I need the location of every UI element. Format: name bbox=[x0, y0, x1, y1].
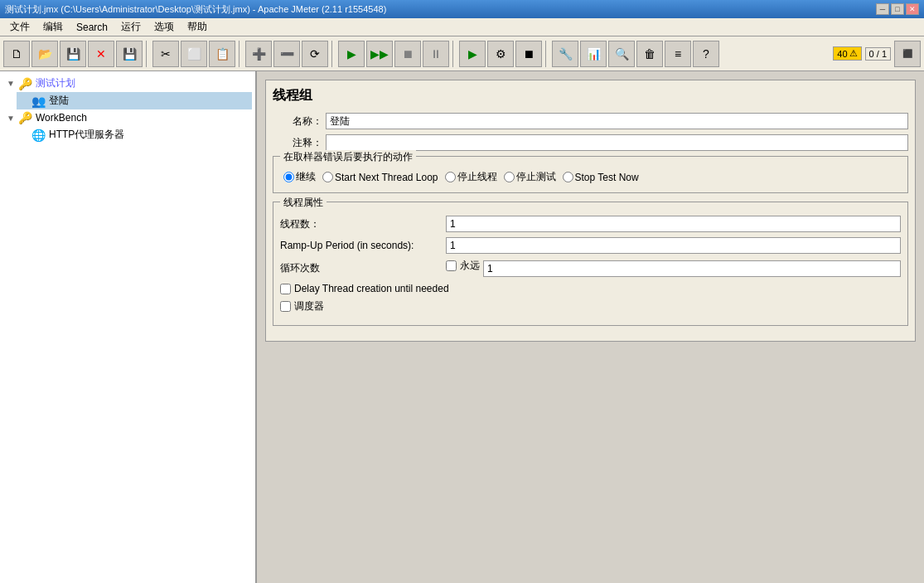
thread-count-label: 线程数： bbox=[280, 217, 446, 231]
tree-toggle-testplan: ▼ bbox=[7, 79, 15, 88]
search-toolbar-button[interactable]: 🔍 bbox=[608, 41, 635, 67]
comment-label: 注释： bbox=[273, 136, 322, 150]
clear-button[interactable]: ⟳ bbox=[302, 41, 328, 67]
paste-button[interactable]: 📋 bbox=[209, 41, 235, 67]
open-button[interactable]: 📂 bbox=[31, 41, 58, 67]
counter-display: 0 / 1 bbox=[865, 47, 891, 61]
loop-count-row: 循环次数 永远 bbox=[280, 259, 901, 278]
menu-help[interactable]: 帮助 bbox=[181, 18, 214, 36]
tree-toggle-workbench: ▼ bbox=[7, 114, 15, 123]
sep2 bbox=[239, 41, 242, 67]
menu-options[interactable]: 选项 bbox=[148, 18, 181, 36]
remote-stop-button[interactable]: ⏹ bbox=[515, 41, 542, 67]
thread-props-legend: 线程属性 bbox=[280, 196, 327, 210]
menu-search[interactable]: Search bbox=[70, 20, 114, 35]
maximize-button[interactable]: □ bbox=[891, 3, 904, 15]
delay-creation-label: Delay Thread creation until needed bbox=[294, 283, 449, 294]
loop-forever-checkbox[interactable] bbox=[446, 260, 457, 271]
tree-panel: ▼ 🔑 测试计划 👥 登陆 ▼ 🔑 WorkBench 🌐 HTTP代理服务器 bbox=[0, 71, 257, 583]
tree-icon-testplan: 🔑 bbox=[18, 77, 32, 90]
menu-run[interactable]: 运行 bbox=[114, 18, 148, 36]
toggle-button[interactable]: ⬛ bbox=[894, 41, 921, 67]
run-button[interactable]: ▶ bbox=[338, 41, 365, 67]
radio-continue[interactable]: 继续 bbox=[283, 170, 316, 184]
thread-count-row: 线程数： bbox=[280, 216, 901, 232]
menu-bar: 文件 编辑 Search 运行 选项 帮助 bbox=[0, 18, 924, 36]
radio-next-loop[interactable]: Start Next Thread Loop bbox=[322, 172, 438, 183]
close-button[interactable]: ✕ bbox=[906, 3, 919, 15]
tree-item-workbench[interactable]: ▼ 🔑 WorkBench bbox=[3, 109, 252, 126]
content-area: 线程组 名称： 注释： 在取样器错误后要执行的动作 继续 bbox=[257, 71, 924, 583]
toolbar-right: 40 ⚠ 0 / 1 ⬛ bbox=[833, 41, 921, 67]
reset-button[interactable]: 🗑 bbox=[636, 41, 663, 67]
delay-creation-checkbox[interactable] bbox=[280, 284, 291, 294]
name-input[interactable] bbox=[326, 113, 908, 129]
error-section-legend: 在取样器错误后要执行的动作 bbox=[280, 150, 416, 164]
run-nodebug-button[interactable]: ▶▶ bbox=[366, 41, 393, 67]
radio-stop-now[interactable]: Stop Test Now bbox=[563, 172, 639, 183]
help-toolbar-button[interactable]: ? bbox=[693, 41, 719, 67]
comment-row: 注释： bbox=[273, 134, 908, 151]
func-test-button[interactable]: 🔧 bbox=[552, 41, 578, 67]
window-title: 测试计划.jmx (C:\Users\Administrator\Desktop… bbox=[5, 3, 386, 16]
save-button[interactable]: 💾 bbox=[60, 41, 86, 67]
name-label: 名称： bbox=[273, 114, 322, 129]
radio-continue-label: 继续 bbox=[296, 170, 316, 184]
loop-count-input[interactable] bbox=[483, 260, 901, 277]
radio-stop-thread[interactable]: 停止线程 bbox=[445, 170, 497, 184]
tree-item-testplan[interactable]: ▼ 🔑 测试计划 bbox=[3, 75, 252, 92]
loop-forever-checkbox-label[interactable]: 永远 bbox=[446, 259, 480, 273]
new-button[interactable]: 🗋 bbox=[3, 41, 30, 67]
main-area: ▼ 🔑 测试计划 👥 登陆 ▼ 🔑 WorkBench 🌐 HTTP代理服务器 … bbox=[0, 71, 924, 583]
revert-button[interactable]: ✕ bbox=[88, 41, 114, 67]
copy-button[interactable]: ⬜ bbox=[181, 41, 207, 67]
scheduler-checkbox[interactable] bbox=[280, 301, 291, 312]
remote-startall-button[interactable]: ⚙ bbox=[487, 41, 514, 67]
radio-stop-test-label: 停止测试 bbox=[516, 170, 556, 184]
stop-button[interactable]: ⏹ bbox=[394, 41, 421, 67]
toolbar: 🗋 📂 💾 ✕ 💾 ✂ ⬜ 📋 ➕ ➖ ⟳ ▶ ▶▶ ⏹ ⏸ ▶ ⚙ ⏹ 🔧 📊… bbox=[0, 36, 924, 71]
sep5 bbox=[545, 41, 549, 67]
sep1 bbox=[146, 41, 149, 67]
remote-start-button[interactable]: ▶ bbox=[459, 41, 486, 67]
radio-stop-thread-label: 停止线程 bbox=[457, 170, 497, 184]
sep4 bbox=[452, 41, 456, 67]
loop-forever-label: 永远 bbox=[460, 259, 480, 273]
tree-item-login[interactable]: 👥 登陆 bbox=[17, 92, 252, 109]
menu-file[interactable]: 文件 bbox=[3, 18, 36, 36]
shutdown-button[interactable]: ⏸ bbox=[423, 41, 449, 67]
delay-creation-row: Delay Thread creation until needed bbox=[280, 283, 901, 294]
tree-label-login: 登陆 bbox=[49, 94, 69, 108]
tree-label-httpproxy: HTTP代理服务器 bbox=[49, 128, 124, 142]
add-button[interactable]: ➕ bbox=[245, 41, 272, 67]
list-button[interactable]: ≡ bbox=[665, 41, 691, 67]
radio-stop-test[interactable]: 停止测试 bbox=[504, 170, 556, 184]
thread-count-input[interactable] bbox=[446, 216, 901, 232]
tree-item-httpproxy[interactable]: 🌐 HTTP代理服务器 bbox=[17, 126, 252, 143]
window-controls: ─ □ ✕ bbox=[876, 3, 919, 15]
menu-edit[interactable]: 编辑 bbox=[36, 18, 70, 36]
warn-count: 40 bbox=[837, 49, 847, 59]
warning-badge: 40 ⚠ bbox=[833, 46, 861, 61]
ramp-up-input[interactable] bbox=[446, 237, 901, 254]
sep3 bbox=[331, 41, 335, 67]
radio-next-loop-label: Start Next Thread Loop bbox=[335, 172, 438, 183]
ramp-up-row: Ramp-Up Period (in seconds): bbox=[280, 237, 901, 254]
tree-icon-httpproxy: 🌐 bbox=[31, 129, 46, 142]
results-button[interactable]: 📊 bbox=[580, 41, 607, 67]
thread-props-section: 线程属性 线程数： Ramp-Up Period (in seconds): 循… bbox=[273, 202, 908, 326]
tree-label-workbench: WorkBench bbox=[36, 112, 87, 124]
comment-input[interactable] bbox=[326, 134, 908, 151]
cut-button[interactable]: ✂ bbox=[152, 41, 179, 67]
minimize-button[interactable]: ─ bbox=[876, 3, 889, 15]
warn-icon: ⚠ bbox=[849, 48, 858, 59]
ramp-up-label: Ramp-Up Period (in seconds): bbox=[280, 240, 446, 251]
save2-button[interactable]: 💾 bbox=[116, 41, 143, 67]
remove-button[interactable]: ➖ bbox=[273, 41, 300, 67]
tree-icon-workbench: 🔑 bbox=[18, 111, 32, 124]
panel-title: 线程组 bbox=[273, 87, 908, 104]
radio-stop-now-label: Stop Test Now bbox=[575, 172, 639, 183]
tree-label-testplan: 测试计划 bbox=[36, 76, 75, 90]
title-bar: 测试计划.jmx (C:\Users\Administrator\Desktop… bbox=[0, 0, 924, 18]
scheduler-label: 调度器 bbox=[294, 299, 324, 313]
